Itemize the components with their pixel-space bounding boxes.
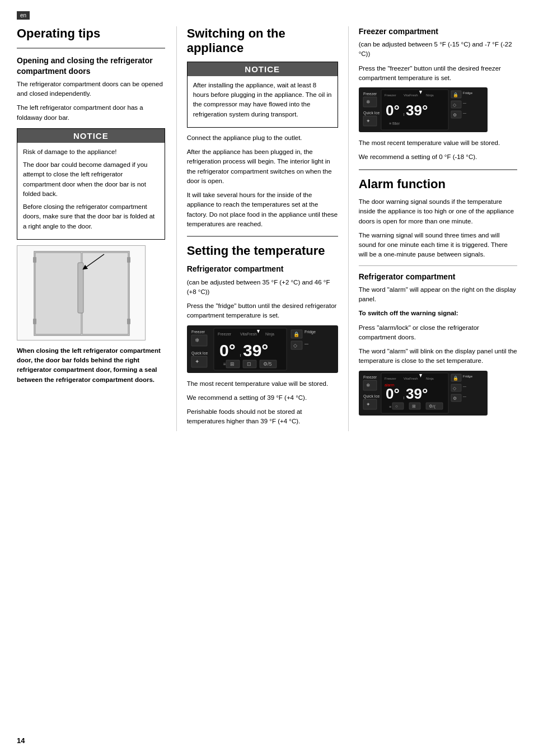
- alarm-para2: The warning signal will sound three time…: [359, 231, 517, 260]
- middle-notice-box: NOTICE After installing the appliance, w…: [187, 62, 338, 128]
- alarm-blink-text: The word "alarm" will blink on the displ…: [359, 347, 517, 366]
- svg-text:Freezer: Freezer: [385, 377, 396, 380]
- svg-text:39°: 39°: [243, 341, 268, 360]
- svg-text:Freezer: Freezer: [385, 94, 396, 97]
- freezer-stored: The most recent temperature value will b…: [359, 138, 517, 148]
- control-panel-right: Freezer ❄ Quick Ice ✦ Freezer VitaFresh …: [359, 87, 488, 134]
- svg-text:◇: ◇: [453, 102, 457, 108]
- svg-text:❄: ❄: [366, 99, 371, 105]
- svg-text:—: —: [463, 111, 466, 115]
- svg-text:Fridge: Fridge: [463, 375, 473, 378]
- svg-text:◇: ◇: [293, 343, 297, 348]
- svg-text:0°: 0°: [219, 341, 236, 360]
- svg-rect-6: [127, 257, 130, 263]
- svg-text:✦: ✦: [195, 358, 199, 365]
- switching-on-title: Switching on the appliance: [187, 26, 338, 56]
- alarm-refrig-para1: The word "alarm" will appear on the righ…: [359, 285, 517, 305]
- middle-recommend: We recommend a setting of 39 °F (+4 °C).: [187, 393, 338, 403]
- svg-text:39°: 39°: [406, 102, 428, 119]
- control-panel-svg-middle: Freezer ❄ Quick Ice ✦ Freezer VitaFresh …: [187, 325, 338, 373]
- page: en Operating tips Opening and closing th…: [0, 0, 534, 756]
- svg-text:⚙/5: ⚙/5: [263, 361, 272, 367]
- svg-text:⊞: ⊞: [412, 404, 416, 409]
- svg-text:🔒: 🔒: [453, 375, 458, 381]
- svg-text:Quick Ice: Quick Ice: [191, 351, 208, 356]
- left-notice-box: NOTICE Risk of damage to the appliance! …: [17, 128, 165, 240]
- middle-para1: Connect the appliance plug to the outlet…: [187, 133, 338, 143]
- left-notice-line1: Risk of damage to the appliance!: [23, 147, 159, 157]
- left-column: Operating tips Opening and closing the r…: [17, 26, 177, 431]
- svg-rect-1: [35, 253, 81, 334]
- svg-text:—: —: [463, 101, 466, 105]
- freezer-press: Press the "freezer" button until the des…: [359, 64, 517, 83]
- svg-text:VitaFresh: VitaFresh: [404, 377, 418, 380]
- svg-text:Fridge: Fridge: [305, 330, 316, 334]
- svg-text:✦: ✦: [366, 118, 371, 124]
- svg-rect-14: [191, 356, 207, 367]
- svg-text:0°: 0°: [386, 385, 400, 402]
- svg-rect-11: [191, 335, 207, 346]
- svg-text:Freezer: Freezer: [363, 92, 377, 96]
- alarm-para1: The door warning signal sounds if the te…: [359, 197, 517, 226]
- divider-right: [359, 169, 517, 170]
- freezer-compartment-title: Freezer compartment: [359, 26, 517, 36]
- alarm-refrig-title: Refrigerator compartment: [359, 272, 517, 282]
- middle-notice-content: After installing the appliance, wait at …: [188, 76, 338, 127]
- svg-text:|: |: [404, 113, 404, 116]
- fridge-caption: When closing the left refrigerator compa…: [17, 346, 165, 385]
- svg-text:❄: ❄: [195, 337, 199, 343]
- svg-text:Quick Ice: Quick Ice: [363, 111, 380, 115]
- right-column: Freezer compartment (can be adjusted bet…: [349, 26, 517, 431]
- freezer-range: (can be adjusted between 5 °F (-15 °C) a…: [359, 40, 517, 59]
- middle-column: Switching on the appliance NOTICE After …: [177, 26, 349, 431]
- switch-off-label: To switch off the warning signal:: [359, 309, 517, 318]
- opening-closing-title: Opening and closing the refrigerator com…: [17, 55, 165, 76]
- svg-text:🔒: 🔒: [453, 92, 458, 97]
- lang-badge: en: [17, 11, 30, 20]
- left-notice-line3: Before closing the refrigerator compartm…: [23, 202, 159, 231]
- svg-text:0°: 0°: [386, 102, 400, 119]
- svg-text:⊞: ⊞: [230, 361, 235, 367]
- main-columns: Operating tips Opening and closing the r…: [17, 26, 517, 431]
- left-para1: The refrigerator compartment doors can b…: [17, 80, 165, 99]
- control-panel-right-bottom: Freezer ❄ Quick Ice ✦ Freezer VitaFresh …: [359, 371, 488, 417]
- svg-text:Ninja: Ninja: [426, 377, 434, 380]
- svg-text:⊡: ⊡: [247, 361, 251, 367]
- refrig-range: (can be adjusted between 35 °F (+2 °C) a…: [187, 278, 338, 297]
- svg-text:Freezer: Freezer: [191, 330, 205, 334]
- svg-text:◇: ◇: [453, 386, 457, 391]
- svg-text:VitaFresh: VitaFresh: [404, 94, 418, 97]
- left-notice-line2: The door bar could become damaged if you…: [23, 160, 159, 199]
- middle-para2: After the appliance has been plugged in,…: [187, 147, 338, 186]
- switch-off-text: Press "alarm/lock" or close the refriger…: [359, 323, 517, 343]
- refrig-press: Press the "fridge" button until the desi…: [187, 301, 338, 321]
- svg-text:Ninja: Ninja: [426, 94, 434, 97]
- svg-rect-3: [78, 263, 83, 313]
- setting-temp-title: Setting the temperature: [187, 244, 338, 258]
- middle-notice-content-text: After installing the appliance, wait at …: [193, 81, 332, 119]
- svg-text:✦: ✦: [366, 402, 371, 407]
- control-panel-middle: Freezer ❄ Quick Ice ✦ Freezer VitaFresh …: [187, 325, 338, 375]
- middle-stored: The most recent temperature value will b…: [187, 379, 338, 389]
- alarm-function-title: Alarm function: [359, 177, 517, 192]
- svg-text:—: —: [463, 385, 466, 388]
- divider-right-2: [359, 265, 517, 266]
- svg-text:⚙: ⚙: [453, 396, 457, 401]
- svg-rect-4: [33, 257, 36, 263]
- svg-text:Ninja: Ninja: [265, 332, 274, 337]
- left-notice-title: NOTICE: [17, 129, 165, 143]
- svg-text:❄: ❄: [366, 382, 371, 388]
- control-panel-svg-right: Freezer ❄ Quick Ice ✦ Freezer VitaFresh …: [359, 87, 488, 132]
- svg-text:○: ○: [395, 404, 398, 409]
- svg-rect-88: [392, 403, 404, 409]
- middle-perishable: Perishable foods should not be stored at…: [187, 407, 338, 427]
- left-para2: The left refrigerator compartment door h…: [17, 103, 165, 123]
- freezer-recommend: We recommend a setting of 0 °F (-18 °C).: [359, 152, 517, 162]
- refrig-compartment-title: Refrigerator compartment: [187, 264, 338, 274]
- svg-text:39°: 39°: [406, 385, 428, 402]
- operating-tips-title: Operating tips: [17, 26, 165, 41]
- left-notice-content: Risk of damage to the appliance! The doo…: [17, 143, 165, 239]
- svg-text:Quick Ice: Quick Ice: [363, 394, 380, 399]
- divider-middle: [187, 236, 338, 237]
- fridge-illustration: [17, 245, 146, 340]
